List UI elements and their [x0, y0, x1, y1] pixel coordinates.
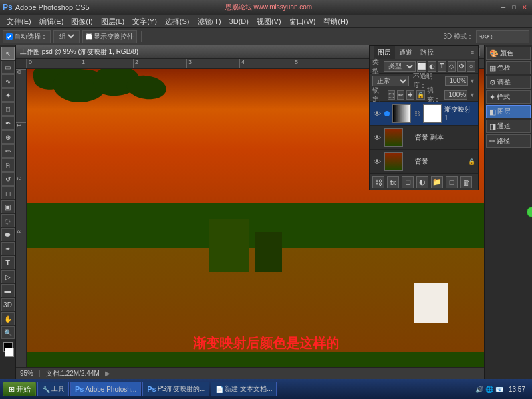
add-layer-btn[interactable]: □ — [446, 176, 458, 188]
panel-header-btns: ≡ — [471, 49, 474, 56]
menu-3d[interactable]: 3D(D) — [225, 15, 253, 28]
status-sep: | — [39, 370, 41, 377]
tool-stamp[interactable]: ⎘ — [1, 158, 15, 172]
right-panel-paths[interactable]: ✏ 路径 — [486, 134, 531, 148]
tab-channels[interactable]: 通道 — [395, 46, 416, 59]
menu-image[interactable]: 图像(I) — [67, 15, 96, 28]
taskbar-tools-label: 工具 — [51, 384, 65, 394]
tool-lasso[interactable]: ∿ — [1, 74, 15, 88]
right-panel-styles[interactable]: ✦ 样式 — [486, 90, 531, 104]
menu-edit[interactable]: 编辑(E) — [35, 15, 68, 28]
show-controls-check[interactable] — [86, 33, 92, 40]
menu-help[interactable]: 帮助(H) — [319, 15, 352, 28]
right-panel-channels[interactable]: ◨ 通道 — [486, 120, 531, 133]
layer-filter-adjust[interactable]: ◐ — [428, 61, 436, 72]
tool-shape[interactable]: ▬ — [1, 284, 15, 297]
right-panel-swatches[interactable]: ▦ 色板 — [486, 61, 531, 74]
taskbar-doc[interactable]: 📄 新建 文本文档... — [211, 382, 277, 396]
tool-blur[interactable]: ◌ — [1, 214, 15, 227]
add-adjustment-btn[interactable]: ◐ — [416, 176, 428, 188]
add-style-btn[interactable]: fx — [387, 176, 399, 188]
layer-item-bg[interactable]: 👁 背景 🔒 — [370, 150, 478, 174]
layer-eye-3[interactable]: 👁 — [372, 157, 382, 166]
panel-menu-btn[interactable]: ≡ — [471, 49, 474, 56]
fill-input[interactable] — [444, 90, 467, 100]
type-select[interactable]: 类型 — [384, 61, 416, 72]
blend-mode-select[interactable]: 正常 — [372, 76, 409, 86]
tool-select-rect[interactable]: ▭ — [1, 61, 15, 74]
layer-filter-text[interactable]: T — [438, 61, 446, 72]
tool-crop[interactable]: ⌹ — [1, 102, 15, 116]
ruler-mark: 2 — [133, 59, 138, 69]
tool-text[interactable]: T — [1, 256, 15, 269]
layer-filter-pixel[interactable]: ⬜ — [417, 61, 426, 72]
tool-eraser[interactable]: ◻ — [1, 186, 15, 200]
lock-transparent[interactable]: ⬚ — [388, 90, 395, 100]
taskbar-ps2[interactable]: Ps PS渐变映射的... — [142, 382, 209, 396]
group-select[interactable]: 组 — [53, 30, 80, 43]
add-group-btn[interactable]: 📁 — [431, 176, 443, 188]
opacity-input[interactable] — [445, 76, 468, 86]
tab-paths[interactable]: 路径 — [416, 46, 438, 59]
menu-text[interactable]: 文字(Y) — [128, 15, 161, 28]
tools-panel: ↖ ▭ ∿ ✦ ⌹ ✒ ⊕ ✏ ⎘ ↺ ◻ ▣ ◌ ⬬ ✒ T ▷ ▬ 3D ✋… — [0, 45, 16, 379]
add-link-btn[interactable]: ⛓ — [372, 176, 384, 188]
right-panel-styles-label: 样式 — [497, 92, 510, 102]
layer-item-bg-copy[interactable]: 👁 背景 副本 — [370, 126, 478, 150]
layer-filter-shape[interactable]: ◇ — [448, 61, 456, 72]
maximize-button[interactable]: □ — [509, 3, 519, 12]
paths-icon: ✏ — [489, 137, 495, 146]
layer-item-gradient-map[interactable]: 👁 ⛓ 渐变映射 1 — [370, 102, 478, 126]
tool-3d[interactable]: 3D — [1, 298, 15, 311]
layer-thumb-bg — [384, 152, 403, 171]
group-dropdown[interactable]: 组 — [57, 32, 76, 41]
menu-view[interactable]: 视图(V) — [253, 15, 285, 28]
title-controls[interactable]: ─ □ ✕ — [499, 3, 529, 12]
tool-history[interactable]: ↺ — [1, 172, 15, 186]
right-panel-adjustments[interactable]: ⚙ 调整 — [486, 76, 531, 89]
layer-eye-1[interactable]: 👁 — [372, 109, 382, 118]
right-panel-layers[interactable]: ◧ 图层 — [486, 105, 531, 118]
right-panel-color[interactable]: 🎨 颜色 — [486, 47, 531, 60]
layers-list: 👁 ⛓ 渐变映射 1 👁 背景 副本 👁 — [370, 102, 478, 174]
minimize-button[interactable]: ─ — [499, 3, 508, 12]
lock-position[interactable]: ✚ — [406, 90, 414, 100]
add-mask-btn[interactable]: ◻ — [402, 176, 414, 188]
close-button[interactable]: ✕ — [520, 3, 529, 12]
auto-select-check[interactable] — [6, 33, 13, 40]
lock-pixels[interactable]: ✏ — [397, 90, 404, 100]
layer-thumb-gradient — [392, 104, 411, 123]
tool-gradient[interactable]: ▣ — [1, 200, 15, 213]
ruler-mark: 0 — [27, 59, 32, 69]
ruler-mark-v: 0 — [16, 69, 27, 74]
auto-select-checkbox[interactable]: 自动选择： — [3, 30, 51, 43]
tool-spot-heal[interactable]: ⊕ — [1, 130, 15, 144]
app-title: Adobe Photoshop CS5 — [15, 3, 90, 11]
tool-pen[interactable]: ✒ — [1, 242, 15, 255]
tool-path-select[interactable]: ▷ — [1, 270, 15, 283]
show-controls[interactable]: 显示变换控件 — [82, 30, 137, 43]
tool-hand[interactable]: ✋ — [1, 312, 15, 325]
lock-all[interactable]: 🔒 — [416, 90, 425, 100]
start-button[interactable]: ⊞ 开始 — [3, 382, 36, 396]
tool-move[interactable]: ↖ — [1, 47, 15, 60]
tool-brush[interactable]: ✏ — [1, 144, 15, 158]
menu-layer[interactable]: 图层(L) — [97, 15, 128, 28]
taskbar-tools[interactable]: 🔧 工具 — [37, 382, 69, 396]
tool-eyedropper[interactable]: ✒ — [1, 116, 15, 130]
taskbar-photoshop[interactable]: Ps Adobe Photosh... — [70, 382, 141, 396]
3d-mode-controls[interactable]: ⟲⟳↕↔ — [476, 30, 529, 43]
menu-window[interactable]: 窗口(W) — [285, 15, 320, 28]
layer-filter-toggle[interactable]: ○ — [467, 61, 475, 72]
green-indicator — [527, 207, 532, 217]
doc-icon: 📄 — [215, 386, 223, 393]
tool-magic-wand[interactable]: ✦ — [1, 88, 15, 102]
layer-filter-smart[interactable]: ⚙ — [457, 61, 466, 72]
menu-file[interactable]: 文件(E) — [3, 15, 35, 28]
layer-eye-2[interactable]: 👁 — [372, 133, 382, 142]
menu-select[interactable]: 选择(S) — [161, 15, 194, 28]
layer-lock-icon: 🔒 — [468, 158, 475, 165]
menu-filter[interactable]: 滤镜(T) — [194, 15, 225, 28]
delete-layer-btn[interactable]: 🗑 — [460, 176, 472, 188]
tool-dodge[interactable]: ⬬ — [1, 228, 15, 241]
